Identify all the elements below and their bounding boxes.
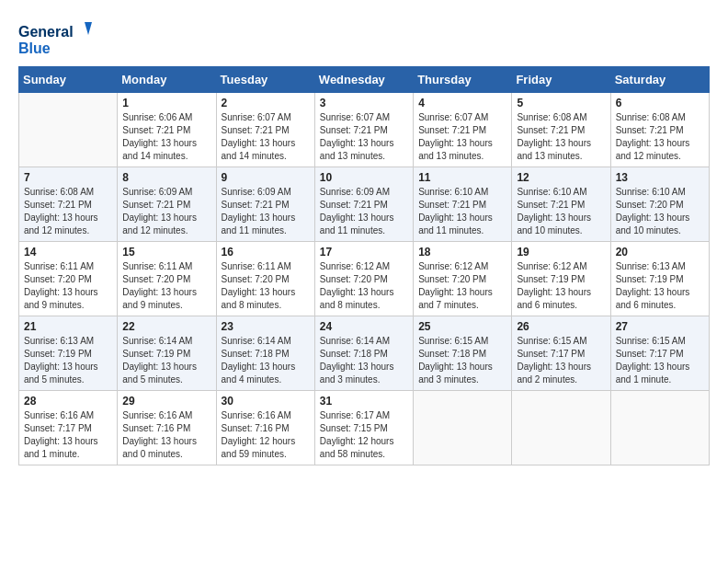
day-cell: 22Sunrise: 6:14 AMSunset: 7:19 PMDayligh… — [118, 316, 216, 391]
header-saturday: Saturday — [610, 67, 709, 93]
day-cell: 11Sunrise: 6:10 AMSunset: 7:21 PMDayligh… — [414, 167, 512, 242]
day-number: 10 — [320, 171, 408, 184]
day-info: Sunrise: 6:07 AMSunset: 7:21 PMDaylight:… — [222, 111, 310, 163]
day-cell — [19, 93, 118, 167]
day-number: 4 — [418, 97, 506, 109]
day-info: Sunrise: 6:10 AMSunset: 7:20 PMDaylight:… — [616, 186, 704, 237]
day-number: 2 — [222, 97, 310, 109]
day-info: Sunrise: 6:14 AMSunset: 7:19 PMDaylight:… — [122, 335, 210, 386]
day-cell: 9Sunrise: 6:09 AMSunset: 7:21 PMDaylight… — [216, 167, 314, 242]
day-number: 14 — [24, 246, 112, 259]
day-cell — [414, 391, 512, 465]
day-number: 31 — [320, 395, 408, 408]
day-cell — [610, 391, 709, 465]
day-number: 24 — [320, 320, 408, 333]
day-cell: 26Sunrise: 6:15 AMSunset: 7:17 PMDayligh… — [512, 316, 610, 391]
day-number: 17 — [320, 246, 408, 259]
day-info: Sunrise: 6:11 AMSunset: 7:20 PMDaylight:… — [122, 260, 210, 312]
header-sunday: Sunday — [19, 67, 118, 93]
day-cell: 25Sunrise: 6:15 AMSunset: 7:18 PMDayligh… — [414, 316, 512, 391]
day-cell: 4Sunrise: 6:07 AMSunset: 7:21 PMDaylight… — [414, 93, 512, 167]
header-friday: Friday — [512, 67, 610, 93]
day-number: 30 — [222, 395, 310, 408]
header-wednesday: Wednesday — [314, 67, 413, 93]
week-row-3: 14Sunrise: 6:11 AMSunset: 7:20 PMDayligh… — [19, 242, 710, 316]
day-cell: 19Sunrise: 6:12 AMSunset: 7:19 PMDayligh… — [512, 242, 610, 316]
day-number: 28 — [24, 395, 112, 408]
day-cell: 27Sunrise: 6:15 AMSunset: 7:17 PMDayligh… — [610, 316, 709, 391]
day-info: Sunrise: 6:10 AMSunset: 7:21 PMDaylight:… — [418, 186, 506, 237]
day-info: Sunrise: 6:14 AMSunset: 7:18 PMDaylight:… — [320, 335, 408, 386]
day-info: Sunrise: 6:15 AMSunset: 7:18 PMDaylight:… — [418, 335, 506, 386]
day-info: Sunrise: 6:12 AMSunset: 7:19 PMDaylight:… — [517, 260, 605, 312]
day-info: Sunrise: 6:10 AMSunset: 7:21 PMDaylight:… — [517, 186, 605, 237]
day-number: 20 — [616, 246, 704, 259]
calendar-table: SundayMondayTuesdayWednesdayThursdayFrid… — [18, 66, 710, 465]
day-cell: 14Sunrise: 6:11 AMSunset: 7:20 PMDayligh… — [19, 242, 118, 316]
day-number: 25 — [418, 320, 506, 333]
day-info: Sunrise: 6:14 AMSunset: 7:18 PMDaylight:… — [222, 335, 310, 386]
week-row-1: 1Sunrise: 6:06 AMSunset: 7:21 PMDaylight… — [19, 93, 710, 167]
day-info: Sunrise: 6:15 AMSunset: 7:17 PMDaylight:… — [517, 335, 605, 386]
day-info: Sunrise: 6:13 AMSunset: 7:19 PMDaylight:… — [616, 260, 704, 312]
day-number: 1 — [122, 97, 210, 109]
day-number: 11 — [418, 171, 506, 184]
day-number: 21 — [24, 320, 112, 333]
header-monday: Monday — [118, 67, 216, 93]
day-info: Sunrise: 6:09 AMSunset: 7:21 PMDaylight:… — [320, 186, 408, 237]
svg-marker-2 — [85, 22, 92, 35]
day-number: 6 — [616, 97, 704, 109]
logo: General Blue — [18, 18, 92, 59]
day-cell: 13Sunrise: 6:10 AMSunset: 7:20 PMDayligh… — [610, 167, 709, 242]
week-row-4: 21Sunrise: 6:13 AMSunset: 7:19 PMDayligh… — [19, 316, 710, 391]
day-cell: 1Sunrise: 6:06 AMSunset: 7:21 PMDaylight… — [118, 93, 216, 167]
day-number: 23 — [222, 320, 310, 333]
day-info: Sunrise: 6:07 AMSunset: 7:21 PMDaylight:… — [320, 111, 408, 163]
day-number: 15 — [122, 246, 210, 259]
day-cell: 12Sunrise: 6:10 AMSunset: 7:21 PMDayligh… — [512, 167, 610, 242]
day-info: Sunrise: 6:08 AMSunset: 7:21 PMDaylight:… — [24, 186, 112, 237]
day-number: 5 — [517, 97, 605, 109]
day-number: 8 — [122, 171, 210, 184]
day-number: 18 — [418, 246, 506, 259]
day-number: 9 — [222, 171, 310, 184]
day-info: Sunrise: 6:07 AMSunset: 7:21 PMDaylight:… — [418, 111, 506, 163]
day-cell: 17Sunrise: 6:12 AMSunset: 7:20 PMDayligh… — [314, 242, 413, 316]
day-number: 13 — [616, 171, 704, 184]
day-cell: 20Sunrise: 6:13 AMSunset: 7:19 PMDayligh… — [610, 242, 709, 316]
week-row-2: 7Sunrise: 6:08 AMSunset: 7:21 PMDaylight… — [19, 167, 710, 242]
day-info: Sunrise: 6:12 AMSunset: 7:20 PMDaylight:… — [418, 260, 506, 312]
day-cell: 16Sunrise: 6:11 AMSunset: 7:20 PMDayligh… — [216, 242, 314, 316]
day-number: 12 — [517, 171, 605, 184]
day-info: Sunrise: 6:15 AMSunset: 7:17 PMDaylight:… — [616, 335, 704, 386]
header-thursday: Thursday — [414, 67, 512, 93]
day-cell: 31Sunrise: 6:17 AMSunset: 7:15 PMDayligh… — [314, 391, 413, 465]
day-cell: 5Sunrise: 6:08 AMSunset: 7:21 PMDaylight… — [512, 93, 610, 167]
day-cell: 30Sunrise: 6:16 AMSunset: 7:16 PMDayligh… — [216, 391, 314, 465]
day-number: 29 — [122, 395, 210, 408]
day-info: Sunrise: 6:11 AMSunset: 7:20 PMDaylight:… — [222, 260, 310, 312]
day-info: Sunrise: 6:13 AMSunset: 7:19 PMDaylight:… — [24, 335, 112, 386]
day-cell: 28Sunrise: 6:16 AMSunset: 7:17 PMDayligh… — [19, 391, 118, 465]
day-cell: 7Sunrise: 6:08 AMSunset: 7:21 PMDaylight… — [19, 167, 118, 242]
svg-text:General: General — [18, 24, 74, 40]
day-number: 22 — [122, 320, 210, 333]
day-number: 3 — [320, 97, 408, 109]
day-info: Sunrise: 6:09 AMSunset: 7:21 PMDaylight:… — [122, 186, 210, 237]
day-cell: 2Sunrise: 6:07 AMSunset: 7:21 PMDaylight… — [216, 93, 314, 167]
day-info: Sunrise: 6:12 AMSunset: 7:20 PMDaylight:… — [320, 260, 408, 312]
day-cell — [512, 391, 610, 465]
day-cell: 3Sunrise: 6:07 AMSunset: 7:21 PMDaylight… — [314, 93, 413, 167]
day-info: Sunrise: 6:16 AMSunset: 7:17 PMDaylight:… — [24, 409, 112, 461]
calendar-header-row: SundayMondayTuesdayWednesdayThursdayFrid… — [19, 67, 710, 93]
logo-svg: General Blue — [18, 18, 92, 59]
svg-text:Blue: Blue — [18, 40, 51, 56]
day-cell: 29Sunrise: 6:16 AMSunset: 7:16 PMDayligh… — [118, 391, 216, 465]
day-cell: 15Sunrise: 6:11 AMSunset: 7:20 PMDayligh… — [118, 242, 216, 316]
day-info: Sunrise: 6:08 AMSunset: 7:21 PMDaylight:… — [616, 111, 704, 163]
day-info: Sunrise: 6:17 AMSunset: 7:15 PMDaylight:… — [320, 409, 408, 461]
day-number: 26 — [517, 320, 605, 333]
day-info: Sunrise: 6:16 AMSunset: 7:16 PMDaylight:… — [122, 409, 210, 461]
day-cell: 8Sunrise: 6:09 AMSunset: 7:21 PMDaylight… — [118, 167, 216, 242]
day-number: 7 — [24, 171, 112, 184]
